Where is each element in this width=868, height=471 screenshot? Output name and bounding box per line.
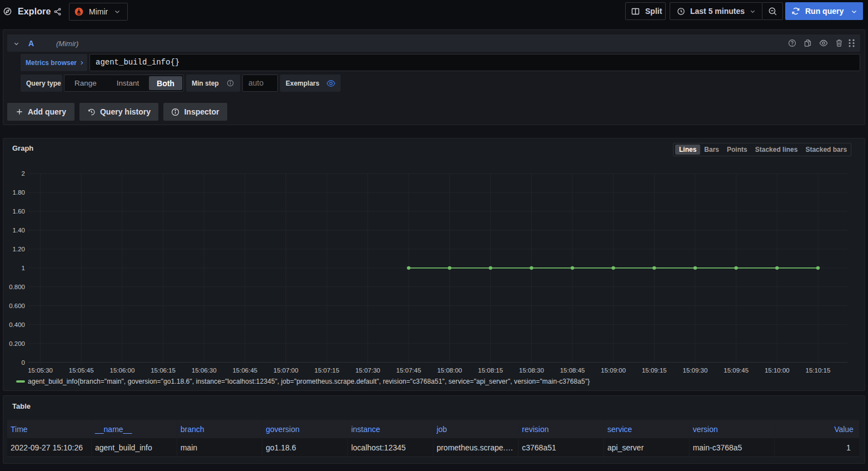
- svg-text:15:09:30: 15:09:30: [683, 367, 708, 374]
- svg-text:2: 2: [22, 170, 25, 177]
- svg-text:15:08:30: 15:08:30: [519, 367, 544, 374]
- svg-text:0.600: 0.600: [9, 303, 25, 309]
- svg-text:1.20: 1.20: [13, 246, 25, 252]
- svg-text:15:08:45: 15:08:45: [560, 367, 585, 374]
- svg-text:15:10:00: 15:10:00: [765, 367, 790, 374]
- svg-text:0.400: 0.400: [9, 321, 25, 328]
- svg-text:15:09:00: 15:09:00: [601, 367, 626, 374]
- svg-text:1.60: 1.60: [13, 208, 25, 215]
- svg-text:15:09:45: 15:09:45: [724, 367, 749, 374]
- svg-text:15:07:45: 15:07:45: [396, 367, 421, 374]
- svg-text:15:08:00: 15:08:00: [437, 367, 462, 374]
- svg-text:1: 1: [22, 265, 25, 271]
- svg-text:15:08:15: 15:08:15: [478, 367, 503, 374]
- svg-text:15:07:00: 15:07:00: [273, 367, 298, 374]
- svg-text:15:06:45: 15:06:45: [232, 367, 257, 374]
- svg-text:0: 0: [22, 359, 25, 366]
- svg-text:15:06:00: 15:06:00: [110, 367, 135, 374]
- svg-text:15:06:30: 15:06:30: [192, 367, 217, 374]
- svg-text:15:05:30: 15:05:30: [28, 367, 53, 374]
- svg-text:1.80: 1.80: [13, 189, 25, 196]
- svg-text:0.800: 0.800: [9, 284, 25, 290]
- svg-text:15:09:15: 15:09:15: [642, 367, 667, 374]
- svg-text:15:10:15: 15:10:15: [806, 367, 831, 374]
- svg-text:0.200: 0.200: [9, 340, 25, 347]
- svg-text:15:05:45: 15:05:45: [69, 367, 94, 374]
- svg-text:15:06:15: 15:06:15: [151, 367, 176, 374]
- svg-text:15:07:15: 15:07:15: [315, 367, 340, 374]
- svg-text:1.40: 1.40: [13, 227, 25, 234]
- svg-text:15:07:30: 15:07:30: [355, 367, 380, 374]
